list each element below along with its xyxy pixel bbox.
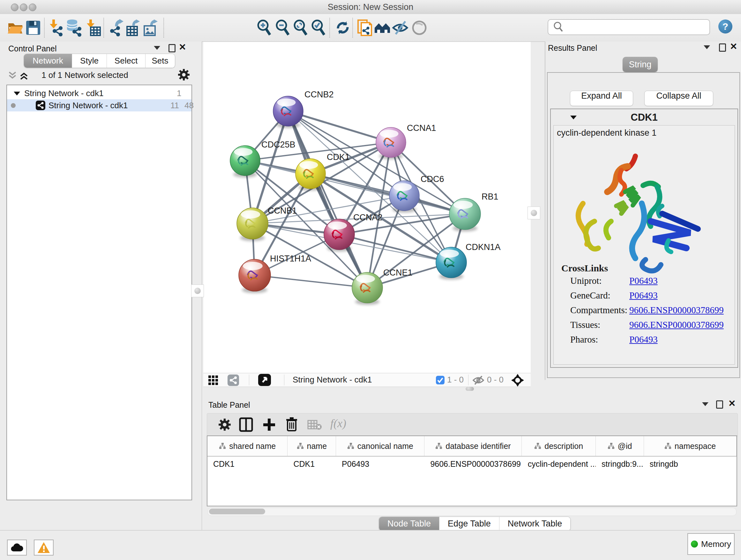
column-header-name[interactable]: name [287, 436, 336, 456]
export-table-icon[interactable] [125, 19, 142, 37]
string-style-icon[interactable] [227, 374, 239, 386]
panel-float-icon[interactable] [169, 44, 176, 52]
tab-edge-table[interactable]: Edge Table [440, 517, 499, 531]
node-label: CDK1 [327, 152, 350, 162]
collapse-all-button[interactable]: Collapse All [644, 91, 713, 106]
home-string-icon[interactable] [374, 19, 391, 37]
column-header--id[interactable]: @id [596, 436, 644, 456]
tab-node-table[interactable]: Node Table [379, 517, 440, 531]
column-header-namespace[interactable]: namespace [644, 436, 737, 456]
table-options-gear-icon[interactable] [218, 418, 231, 431]
panel-menu-icon[interactable] [702, 402, 709, 406]
network-node-cdkn1a[interactable] [436, 247, 467, 280]
bottom-splitter-handle[interactable] [466, 387, 474, 391]
show-panel-eye-icon[interactable] [410, 19, 428, 37]
network-node-hist1h1a[interactable] [239, 259, 271, 293]
table-cell[interactable]: CDK1 [287, 456, 336, 471]
tab-network[interactable]: Network [24, 54, 72, 68]
tab-network-table[interactable]: Network Table [499, 517, 570, 531]
panel-float-icon[interactable] [716, 400, 723, 409]
refresh-icon[interactable] [334, 19, 352, 37]
network-node-ccna1[interactable] [376, 127, 406, 159]
tree-expand-icon[interactable] [13, 91, 20, 96]
network-node-rb1[interactable] [449, 198, 481, 232]
network-canvas[interactable]: CDK1CCNB2CCNA1CDC25BCDC6RB1CCNB1CCNA2CDK… [203, 42, 531, 373]
scrollbar-thumb[interactable] [209, 509, 265, 514]
selected-counts: 1 - 0 [447, 375, 464, 385]
crosslink-link[interactable]: P06493 [629, 334, 658, 345]
left-splitter-handle[interactable] [191, 285, 204, 297]
network-node-cdc6[interactable] [389, 181, 419, 212]
panel-float-icon[interactable] [719, 44, 726, 52]
memory-label: Memory [701, 539, 731, 549]
crosslink-link[interactable]: 9606.ENSP00000378699 [629, 305, 724, 315]
search-input[interactable] [567, 20, 705, 33]
selected-checkbox-icon[interactable] [436, 376, 445, 384]
tab-style[interactable]: Style [72, 54, 107, 68]
import-network-from-database-icon[interactable] [65, 19, 83, 37]
help-button[interactable]: ? [718, 19, 732, 34]
table-cell[interactable]: P06493 [336, 456, 424, 471]
results-panel-title: Results Panel [548, 44, 597, 53]
clone-network-icon[interactable] [355, 19, 374, 37]
tab-string[interactable]: String [623, 57, 658, 72]
collapse-all-networks-icon[interactable] [8, 71, 17, 80]
delete-column-trash-icon[interactable] [285, 417, 298, 432]
zoom-in-icon[interactable] [255, 19, 273, 37]
crosslink-link[interactable]: 9606.ENSP00000378699 [629, 320, 724, 330]
results-panel: Results Panel ✕ String Expand All Collap… [545, 42, 741, 380]
crosslink-link[interactable]: P06493 [629, 290, 658, 301]
export-network-icon[interactable] [107, 19, 125, 37]
zoom-out-icon[interactable] [274, 19, 292, 37]
tab-select[interactable]: Select [107, 54, 145, 68]
right-splitter-handle[interactable] [528, 206, 540, 219]
table-cell[interactable]: 9606.ENSP00000378699 [424, 456, 522, 471]
table-row[interactable]: CDK1CDK1P064939606.ENSP00000378699cyclin… [207, 456, 737, 471]
column-header-database-identifier[interactable]: database identifier [424, 436, 522, 456]
panel-close-icon[interactable]: ✕ [179, 44, 186, 51]
import-network-icon[interactable] [47, 19, 65, 37]
save-session-icon[interactable] [24, 19, 42, 37]
table-cell[interactable]: stringdb [644, 456, 737, 471]
fit-content-crosshair-icon[interactable] [511, 374, 525, 387]
node-table[interactable]: shared namenamecanonical namedatabase id… [207, 435, 737, 506]
import-table-icon[interactable] [84, 19, 102, 37]
network-options-gear-icon[interactable] [178, 68, 190, 81]
cloud-status-button[interactable] [7, 540, 27, 556]
column-header-description[interactable]: description [522, 436, 596, 456]
network-node-cdc25b[interactable] [230, 145, 260, 178]
expand-all-networks-icon[interactable] [20, 71, 28, 80]
table-cell[interactable]: CDK1 [207, 456, 287, 471]
open-session-icon[interactable] [6, 19, 24, 37]
warning-status-button[interactable] [34, 540, 54, 556]
table-cell[interactable]: cyclin-dependent ... [522, 456, 596, 471]
column-header-shared-name[interactable]: shared name [207, 436, 287, 456]
zoom-fit-icon[interactable] [292, 19, 310, 37]
network-collection-row[interactable]: String Network - cdk1 1 [7, 87, 192, 99]
expand-all-button[interactable]: Expand All [570, 91, 633, 106]
panel-close-icon[interactable]: ✕ [728, 400, 736, 407]
birds-eye-view-icon[interactable] [208, 375, 218, 385]
network-row-selected[interactable]: String Network - cdk1 11 48 [7, 99, 192, 111]
panel-menu-icon[interactable] [704, 45, 710, 49]
network-node-ccne1[interactable] [352, 272, 383, 305]
table-cell[interactable]: stringdb:9... [596, 456, 644, 471]
detach-view-icon[interactable] [258, 374, 271, 386]
tab-sets[interactable]: Sets [145, 54, 175, 68]
panel-close-icon[interactable]: ✕ [730, 44, 737, 50]
node-label: CCNB1 [268, 206, 297, 215]
table-horizontal-scrollbar[interactable] [207, 508, 737, 516]
memory-button[interactable]: Memory [687, 533, 735, 555]
export-image-icon[interactable] [142, 19, 159, 37]
hide-panel-eye-icon[interactable] [391, 19, 409, 37]
network-node-ccnb1[interactable] [237, 208, 268, 241]
main-toolbar: ? [0, 14, 741, 42]
show-columns-icon[interactable] [239, 417, 253, 432]
string-results-container: Expand All Collapse All CDK1 cyclin-depe… [547, 72, 740, 378]
toolbar-separator [284, 374, 284, 385]
panel-menu-icon[interactable] [154, 46, 160, 50]
crosslink-link[interactable]: P06493 [629, 275, 658, 286]
add-column-icon[interactable] [262, 417, 276, 432]
column-header-canonical-name[interactable]: canonical name [336, 436, 424, 456]
zoom-selected-icon[interactable] [310, 19, 327, 37]
